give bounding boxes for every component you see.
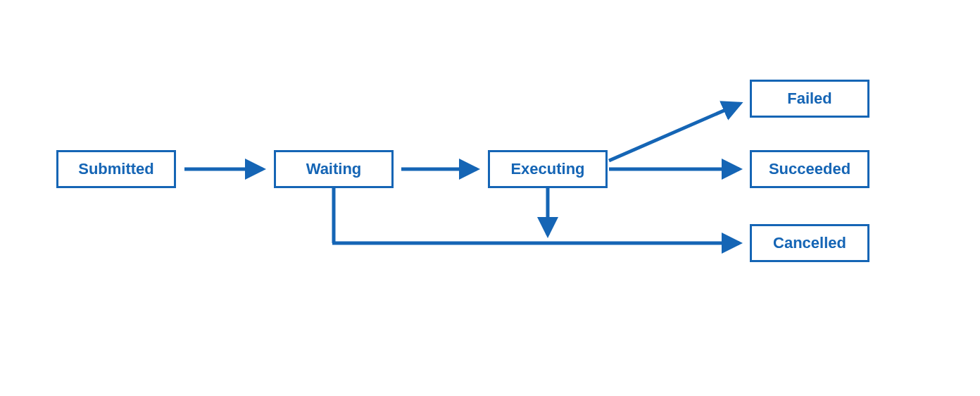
transition-arrows: [0, 0, 980, 396]
state-label: Submitted: [78, 160, 154, 178]
state-label: Succeeded: [769, 160, 850, 178]
state-label: Failed: [787, 89, 832, 108]
state-submitted: Submitted: [56, 150, 176, 188]
state-cancelled: Cancelled: [750, 224, 869, 262]
arrow-executing-failed: [609, 104, 740, 161]
state-executing: Executing: [488, 150, 608, 188]
state-failed: Failed: [750, 80, 869, 118]
state-waiting: Waiting: [274, 150, 394, 188]
state-succeeded: Succeeded: [750, 150, 869, 188]
state-label: Waiting: [306, 160, 362, 178]
state-label: Executing: [510, 160, 584, 178]
state-label: Cancelled: [773, 234, 846, 252]
